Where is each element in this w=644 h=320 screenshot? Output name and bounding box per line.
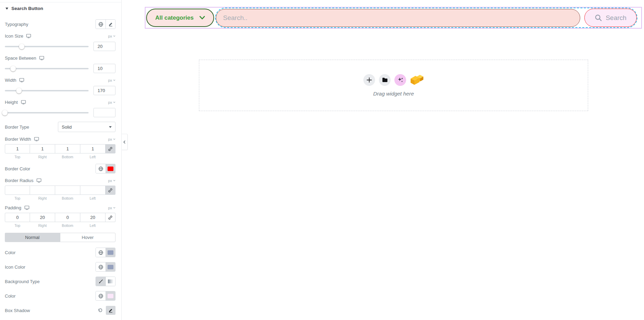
border-radius-top-input[interactable] <box>5 186 30 195</box>
color-swatch <box>108 167 113 171</box>
border-width-bottom-input[interactable] <box>55 144 80 153</box>
border-color-swatch[interactable] <box>105 164 115 173</box>
search-widget-selection-outline: Search <box>215 8 637 28</box>
icon-color-swatch[interactable] <box>105 262 115 271</box>
globe-icon[interactable] <box>96 262 105 271</box>
template-folder-button[interactable] <box>379 74 391 86</box>
gradient-icon[interactable] <box>105 277 115 286</box>
border-width-inputs <box>5 144 115 153</box>
border-radius-left-input[interactable] <box>80 186 105 195</box>
border-radius-label: Border Radius <box>5 178 33 183</box>
add-widget-button[interactable] <box>363 74 375 86</box>
color-swatch <box>108 265 113 269</box>
dim-label-top: Top <box>5 155 30 159</box>
space-between-input[interactable] <box>93 64 115 73</box>
color-swatch <box>108 250 113 255</box>
dim-label-left: Left <box>80 223 105 228</box>
border-width-left-input[interactable] <box>80 144 105 153</box>
padding-row: Padding px <box>5 205 115 210</box>
desktop-icon[interactable] <box>26 34 31 38</box>
height-slider[interactable] <box>5 112 89 113</box>
border-width-right-input[interactable] <box>30 144 55 153</box>
border-type-select[interactable]: Solid <box>58 122 115 132</box>
height-input[interactable] <box>93 108 115 117</box>
sparkles-icon <box>397 77 404 83</box>
width-slider-handle[interactable] <box>16 88 22 93</box>
globe-icon[interactable] <box>96 164 105 173</box>
border-width-row: Border Width px <box>5 137 115 142</box>
background-type-label: Background Type <box>5 279 40 284</box>
height-slider-handle[interactable] <box>2 110 8 116</box>
section-header-search-button[interactable]: Search Button <box>5 0 115 19</box>
border-width-unit-dropdown[interactable]: px <box>108 137 115 141</box>
state-tabs: Normal Hover <box>5 233 115 242</box>
ai-builder-button[interactable] <box>394 74 406 86</box>
category-dropdown[interactable]: All categories <box>146 9 214 27</box>
desktop-icon[interactable] <box>39 56 44 60</box>
box-shadow-row: Box Shadow <box>5 306 115 315</box>
color-swatch[interactable] <box>105 248 115 257</box>
padding-left-input[interactable] <box>80 213 105 222</box>
desktop-icon[interactable] <box>24 206 29 210</box>
width-unit-dropdown[interactable]: px <box>108 78 115 82</box>
icon-size-unit-dropdown[interactable]: px <box>108 34 115 38</box>
desktop-icon[interactable] <box>34 137 39 141</box>
border-radius-bottom-input[interactable] <box>55 186 80 195</box>
desktop-icon[interactable] <box>21 100 26 104</box>
width-slider[interactable] <box>5 90 89 91</box>
dim-label-left: Left <box>80 196 105 200</box>
border-width-dim-labels: Top Right Bottom Left <box>5 155 115 159</box>
addon-gold-logo-button[interactable] <box>410 74 424 86</box>
background-color-swatch[interactable] <box>105 291 115 300</box>
widget-drop-area: Drag widget here <box>199 60 588 111</box>
border-width-label: Border Width <box>5 137 31 142</box>
border-type-row: Border Type Solid <box>5 122 115 132</box>
globe-icon[interactable] <box>96 291 105 300</box>
icon-size-input[interactable] <box>93 42 115 51</box>
folder-icon <box>382 77 388 82</box>
padding-unit-dropdown[interactable]: px <box>108 206 115 210</box>
space-between-slider[interactable] <box>5 68 89 69</box>
panel-collapse-handle[interactable] <box>122 134 128 150</box>
height-unit-dropdown[interactable]: px <box>108 100 115 104</box>
padding-bottom-input[interactable] <box>55 213 80 222</box>
border-width-top-input[interactable] <box>5 144 30 153</box>
search-input[interactable] <box>216 9 580 27</box>
padding-right-input[interactable] <box>30 213 55 222</box>
desktop-icon[interactable] <box>37 178 41 183</box>
classic-brush-icon[interactable] <box>96 277 105 286</box>
typography-row: Typography <box>5 19 115 29</box>
reset-undo-icon[interactable] <box>98 308 103 313</box>
tab-hover[interactable]: Hover <box>60 233 116 242</box>
drop-area-actions <box>363 74 424 86</box>
icon-size-slider[interactable] <box>5 46 89 47</box>
border-radius-right-input[interactable] <box>30 186 55 195</box>
border-color-row: Border Color <box>5 164 115 173</box>
desktop-icon[interactable] <box>19 78 24 82</box>
globe-icon[interactable] <box>96 248 105 257</box>
typography-edit-pencil-icon[interactable] <box>105 20 115 29</box>
globe-icon[interactable] <box>96 20 105 29</box>
icon-size-row: Icon Size px <box>5 33 115 39</box>
link-values-icon[interactable] <box>105 213 115 222</box>
width-input[interactable] <box>93 86 115 95</box>
search-button[interactable]: Search <box>584 9 637 27</box>
dim-label-right: Right <box>30 223 55 228</box>
gold-3d-logo-icon <box>410 74 424 86</box>
space-between-slider-handle[interactable] <box>10 66 16 71</box>
width-control <box>5 86 115 95</box>
icon-size-slider-handle[interactable] <box>19 44 24 49</box>
dim-label-right: Right <box>30 155 55 159</box>
padding-top-input[interactable] <box>5 213 30 222</box>
chevron-left-icon <box>123 140 126 144</box>
link-values-icon[interactable] <box>105 144 115 153</box>
panel-divider <box>0 2 122 2</box>
border-radius-dim-labels: Top Right Bottom Left <box>5 196 115 200</box>
border-type-label: Border Type <box>5 124 29 130</box>
tab-normal[interactable]: Normal <box>5 233 60 242</box>
typography-controls <box>95 19 115 29</box>
border-radius-unit-dropdown[interactable]: px <box>108 179 115 183</box>
link-values-icon[interactable] <box>105 186 115 195</box>
box-shadow-edit-pencil-icon[interactable] <box>106 306 115 315</box>
space-between-label: Space Between <box>5 56 36 61</box>
